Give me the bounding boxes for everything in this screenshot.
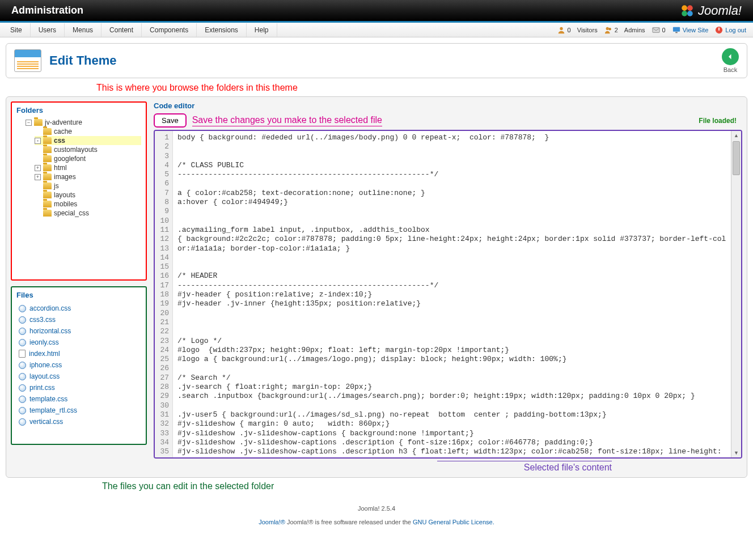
footer-license-link[interactable]: GNU General Public License. [413, 519, 494, 525]
annotation-files: The files you can edit in the selected f… [102, 481, 747, 491]
joomla-brand-text: Joomla! [698, 3, 742, 18]
annotation-save: Save the changes you make to the selecte… [192, 115, 382, 126]
file-item-layout.css[interactable]: layout.css [19, 371, 141, 382]
folders-panel: Folders − jv-adventure cache-csscustomla… [11, 101, 147, 281]
code-textarea[interactable]: body { background: #ededed url(../images… [173, 131, 731, 457]
svg-rect-8 [673, 27, 680, 31]
back-button[interactable]: Back [722, 48, 739, 73]
tree-label: customlayouts [54, 146, 98, 154]
files-panel: Files accordion.csscss3.csshorizontal.cs… [11, 286, 147, 445]
footer-copy-text: Joomla!® is free software released under… [287, 519, 413, 525]
folder-icon [43, 155, 52, 162]
logout-text[interactable]: Log out [725, 27, 746, 33]
file-name: template_rtl.css [29, 406, 77, 414]
file-item-css3.css[interactable]: css3.css [19, 314, 141, 325]
annotation-content: Selected file's content [437, 461, 612, 473]
content-area: Edit Theme Back This is where you browse… [0, 37, 753, 497]
menu-item-users[interactable]: Users [31, 23, 65, 37]
file-name: css3.css [29, 316, 56, 324]
css-file-icon [19, 418, 26, 426]
css-file-icon [19, 339, 26, 346]
tree-item-layouts[interactable]: layouts [35, 190, 141, 200]
main-menu-bar: SiteUsersMenusContentComponentsExtension… [0, 23, 753, 37]
folder-icon [43, 146, 52, 153]
scroll-up-icon[interactable]: ▲ [731, 131, 741, 140]
tree-item-html[interactable]: +html [35, 163, 141, 172]
file-list: accordion.csscss3.csshorizontal.cssieonl… [16, 303, 141, 427]
folder-icon [43, 183, 52, 189]
scroll-down-icon[interactable]: ▼ [731, 448, 741, 457]
expand-icon[interactable]: - [35, 138, 41, 144]
admins-label: Admins [624, 27, 645, 33]
tree-item-js[interactable]: js [35, 181, 141, 190]
css-file-icon [19, 362, 26, 369]
footer-copyright: Joomla!® Joomla!® is free software relea… [0, 519, 753, 525]
page-title: Edit Theme [49, 53, 117, 68]
file-item-index.html[interactable]: index.html [19, 348, 141, 359]
footer-brand[interactable]: Joomla!® [259, 519, 285, 525]
joomla-logo: Joomla! [680, 3, 742, 18]
messages-status[interactable]: 0 [652, 26, 666, 34]
tree-item-customlayouts[interactable]: customlayouts [35, 145, 141, 154]
view-site-text[interactable]: View Site [683, 27, 709, 33]
svg-point-2 [682, 11, 687, 16]
tree-item-special_css[interactable]: special_css [35, 209, 141, 218]
save-button[interactable]: Save [154, 113, 187, 128]
editor-title: Code editor [154, 101, 742, 110]
svg-rect-7 [652, 27, 659, 32]
file-name: iphone.css [29, 361, 62, 369]
tree-item-mobiles[interactable]: mobiles [35, 200, 141, 209]
file-item-ieonly.css[interactable]: ieonly.css [19, 337, 141, 348]
svg-point-4 [560, 27, 562, 29]
back-arrow-icon [722, 48, 739, 65]
menu-item-extensions[interactable]: Extensions [197, 23, 247, 37]
expand-icon[interactable]: + [35, 165, 41, 171]
menu-item-help[interactable]: Help [247, 23, 277, 37]
svg-point-1 [687, 5, 693, 11]
logout-link[interactable]: Log out [715, 26, 746, 34]
menu-item-menus[interactable]: Menus [65, 23, 101, 37]
scrollbar[interactable]: ▲ ▼ [731, 131, 741, 457]
css-file-icon [19, 396, 26, 403]
folder-icon [34, 119, 43, 126]
menu-item-content[interactable]: Content [101, 23, 142, 37]
css-file-icon [19, 316, 26, 324]
status-bar: 0 Visitors 2 Admins 0 View Site Log out [557, 26, 751, 34]
tree-item-cache[interactable]: cache [35, 127, 141, 136]
view-site-link[interactable]: View Site [672, 26, 709, 34]
file-item-horizontal.css[interactable]: horizontal.css [19, 325, 141, 337]
footer: Joomla! 2.5.4 Joomla!® Joomla!® is free … [0, 505, 753, 525]
tree-item-css[interactable]: -css [35, 136, 141, 145]
folder-icon [43, 128, 52, 135]
main-panel: Folders − jv-adventure cache-csscustomla… [6, 96, 747, 478]
file-item-vertical.css[interactable]: vertical.css [19, 416, 141, 427]
file-item-print.css[interactable]: print.css [19, 382, 141, 393]
file-name: template.css [29, 395, 67, 403]
file-name: vertical.css [29, 418, 63, 426]
tree-label: special_css [54, 209, 89, 217]
footer-version: Joomla! 2.5.4 [0, 505, 753, 512]
visitors-label: Visitors [577, 27, 598, 33]
messages-count: 0 [662, 27, 666, 33]
tree-item-googlefont[interactable]: googlefont [35, 154, 141, 163]
files-title: Files [16, 291, 141, 299]
tree-label: images [54, 173, 76, 181]
menu-item-site[interactable]: Site [2, 23, 31, 37]
scrollbar-thumb[interactable] [733, 141, 740, 175]
admin-title: Administration [11, 5, 83, 16]
menu-item-components[interactable]: Components [142, 23, 197, 37]
expand-icon[interactable]: − [26, 120, 32, 126]
mail-icon [652, 26, 660, 34]
file-item-iphone.css[interactable]: iphone.css [19, 359, 141, 371]
file-item-accordion.css[interactable]: accordion.css [19, 303, 141, 314]
tree-item-images[interactable]: +images [35, 172, 141, 181]
file-name: accordion.css [29, 304, 71, 312]
logout-icon [715, 26, 723, 34]
annotation-folders: This is where you browse the folders in … [96, 83, 747, 93]
css-file-icon [19, 328, 26, 335]
file-item-template_rtl.css[interactable]: template_rtl.css [19, 405, 141, 416]
tree-root-item[interactable]: − jv-adventure [26, 118, 141, 127]
file-item-template.css[interactable]: template.css [19, 393, 141, 405]
page-header-left: Edit Theme [14, 49, 117, 72]
expand-icon[interactable]: + [35, 174, 41, 180]
